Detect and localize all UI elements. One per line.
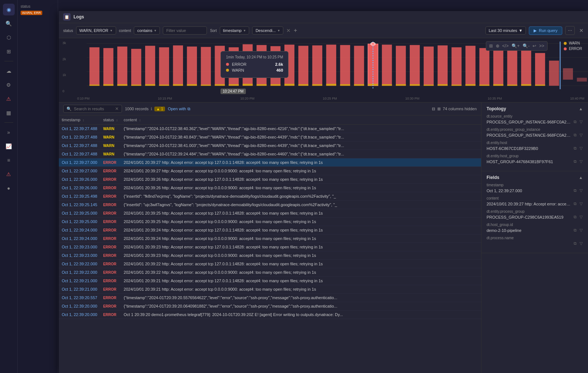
chart-zoom-out-button[interactable]: 🔍- — [522, 43, 530, 49]
copy-button[interactable]: ⧉ — [573, 159, 577, 164]
tooltip-error-value: 2.6k — [275, 62, 283, 67]
copy-button[interactable]: ⧉ — [573, 119, 577, 125]
chart-legend: WARN ERROR — [564, 41, 582, 51]
open-with-button[interactable]: Open with ⧉ — [168, 107, 191, 111]
table-row[interactable]: Oct 1, 22:39:27.000ERROR2024/10/01 20:39… — [59, 158, 481, 167]
cell-status: ERROR — [100, 184, 121, 192]
content-filter-dropdown[interactable]: contains ▼ — [134, 26, 160, 35]
table-row[interactable]: Oct 1, 22:39:21.000ERROR2024/10/01 20:39… — [59, 285, 481, 294]
filter-button[interactable]: ▽ — [579, 201, 583, 207]
sidebar-icon-settings[interactable]: ⚙ — [3, 79, 15, 91]
content-filter-value: contains — [137, 28, 152, 33]
cell-content: {"timestamp":"2024-01T20:39:20.557656462… — [121, 294, 481, 302]
filter-button[interactable]: ▽ — [579, 159, 583, 164]
table-row[interactable]: Oct 1, 22:39:20.000ERROR{"timestamp":"20… — [59, 302, 481, 311]
table-body: Oct 1, 22:39:27.488WARN{"timestamp":"202… — [59, 125, 481, 319]
chart-code-button[interactable]: </> — [502, 43, 509, 49]
copy-button[interactable]: ⧉ — [573, 146, 577, 151]
sort-order-dropdown[interactable]: Descendi... ▼ — [252, 26, 283, 35]
run-query-button[interactable]: ▶ Run query — [529, 26, 562, 35]
table-row[interactable]: Oct 1, 22:39:27.488WARN{"timestamp":"202… — [59, 125, 481, 133]
sidebar-icon-db[interactable]: ▦ — [3, 107, 15, 119]
table-row[interactable]: Oct 1, 22:39:27.488WARN{"timestamp":"202… — [59, 141, 481, 150]
th-status[interactable]: status ↕ — [100, 115, 121, 125]
table-row[interactable]: Oct 1, 22:39:22.000ERROR2024/10/01 20:39… — [59, 260, 481, 268]
sidebar-icon-graph[interactable]: 📈 — [3, 140, 15, 152]
detail-key: dt.entity.process_group_instance — [487, 128, 583, 132]
table-row[interactable]: Oct 1, 22:39:24.000ERROR2024/10/01 20:39… — [59, 234, 481, 243]
open-with-icon: ⧉ — [187, 107, 190, 111]
filter-value-input[interactable] — [163, 26, 207, 35]
filter-button[interactable]: ▽ — [579, 119, 583, 125]
filter-button[interactable]: ▽ — [579, 188, 583, 193]
mini-sidebar-item-warn-err[interactable]: WARN, ERR — [18, 9, 58, 17]
status-filter-dropdown[interactable]: WARN, ERROR ▼ — [76, 26, 116, 35]
th-content[interactable]: content ↕ — [121, 115, 481, 125]
svg-rect-49 — [215, 84, 225, 86]
copy-button[interactable]: ⧉ — [573, 227, 577, 233]
sidebar-icon-search[interactable]: 🔍 — [3, 18, 15, 29]
svg-rect-54 — [284, 84, 294, 86]
table-row[interactable]: Oct 1, 22:39:27.488WARN{"timestamp":"202… — [59, 150, 481, 158]
copy-button[interactable]: ⧉ — [573, 214, 577, 220]
table-row[interactable]: Oct 1, 22:39:27.000ERROR2024/10/01 20:39… — [59, 167, 481, 175]
table-row[interactable]: Oct 1, 22:39:26.000ERROR2024/10/01 20:39… — [59, 184, 481, 192]
table-row[interactable]: Oct 1, 22:39:23.000ERROR2024/10/01 20:39… — [59, 251, 481, 260]
chart-grid-button[interactable]: ⊞ — [488, 43, 494, 49]
sidebar-icon-alert[interactable]: ⚠ — [3, 93, 15, 105]
add-filter-button[interactable]: + — [294, 27, 297, 34]
close-button[interactable]: ✕ — [579, 28, 584, 33]
svg-rect-8 — [145, 46, 155, 86]
table-row[interactable]: Oct 1, 22:39:25.000ERROR2024/10/01 20:39… — [59, 218, 481, 226]
svg-rect-63 — [410, 84, 420, 86]
sidebar-icon-grid[interactable]: ⊞ — [3, 46, 15, 57]
copy-button[interactable]: ⧉ — [573, 132, 577, 138]
copy-button[interactable]: ⧉ — [573, 241, 577, 246]
filter-button[interactable]: ▽ — [579, 132, 583, 138]
th-timestamp[interactable]: timestamp ↕ — [59, 115, 100, 125]
table-row[interactable]: Oct 1, 22:39:25.145ERROR{"insertId": "uj… — [59, 201, 481, 209]
svg-rect-21 — [326, 44, 336, 86]
sidebar-icon-cloud[interactable]: ☁ — [3, 65, 15, 77]
copy-button[interactable]: ⧉ — [573, 188, 577, 193]
topology-section-header[interactable]: Topology ▲ — [487, 106, 583, 111]
status-badge: ERROR — [103, 161, 116, 165]
sidebar-icon-logo[interactable]: ◉ — [3, 4, 15, 15]
table-row[interactable]: Oct 1, 22:39:25.498ERROR{"insertId": "fk… — [59, 192, 481, 201]
more-options-button[interactable]: ⋯ — [565, 26, 575, 35]
table-row[interactable]: Oct 1, 22:39:23.000ERROR2024/10/01 20:39… — [59, 243, 481, 251]
table-row[interactable]: Oct 1, 22:39:26.000ERROR2024/10/01 20:39… — [59, 175, 481, 184]
sidebar-icon-forward[interactable]: » — [3, 126, 15, 138]
table-row[interactable]: Oct 1, 22:39:22.000ERROR2024/10/01 20:39… — [59, 268, 481, 277]
filter-button[interactable]: ▽ — [579, 214, 583, 220]
table-row[interactable]: Oct 1, 22:39:20.000ERROROct 1 20:39:20 d… — [59, 311, 481, 319]
search-input[interactable] — [74, 107, 113, 111]
table-row[interactable]: Oct 1, 22:39:20.557ERROR{"timestamp":"20… — [59, 294, 481, 302]
time-range-value: Last 30 minutes — [489, 28, 517, 33]
sidebar-icon-integrations[interactable]: ⬡ — [3, 32, 15, 43]
chart-back-button[interactable]: ↩ — [532, 43, 537, 49]
sidebar-icon-circle[interactable]: ● — [3, 182, 15, 194]
tooltip-warn-value: 460 — [276, 68, 283, 72]
clear-search-button[interactable]: ✕ — [115, 106, 119, 111]
sidebar-icon-list[interactable]: ≡ — [3, 154, 15, 166]
filter-button[interactable]: ▽ — [579, 241, 583, 246]
table-row[interactable]: Oct 1, 22:39:25.000ERROR2024/10/01 20:39… — [59, 209, 481, 218]
chart-zoom-in-button[interactable]: 🔍+ — [511, 43, 520, 49]
run-label: Run query — [539, 28, 557, 33]
filter-button[interactable]: ▽ — [579, 227, 583, 233]
time-range-button[interactable]: Last 30 minutes ▼ — [485, 26, 526, 35]
sort-field-dropdown[interactable]: timestamp ▼ — [220, 26, 250, 35]
sidebar-icon-alert2[interactable]: ⚠ — [3, 168, 15, 180]
clear-filter-button[interactable]: ✕ — [286, 28, 291, 33]
filter-button[interactable]: ▽ — [579, 146, 583, 151]
copy-button[interactable]: ⧉ — [573, 201, 577, 207]
table-row[interactable]: Oct 1, 22:39:27.488WARN{"timestamp":"202… — [59, 133, 481, 141]
chart-forward-button[interactable]: >> — [538, 43, 545, 49]
svg-rect-43 — [131, 85, 141, 86]
table-row[interactable]: Oct 1, 22:39:24.000ERROR2024/10/01 20:39… — [59, 226, 481, 234]
logs-icon: 📋 — [63, 13, 71, 21]
chart-crosshair-button[interactable]: ⊕ — [495, 43, 500, 49]
table-row[interactable]: Oct 1, 22:39:21.000ERROR2024/10/01 20:39… — [59, 277, 481, 285]
fields-section-header[interactable]: Fields ▲ — [487, 175, 583, 180]
